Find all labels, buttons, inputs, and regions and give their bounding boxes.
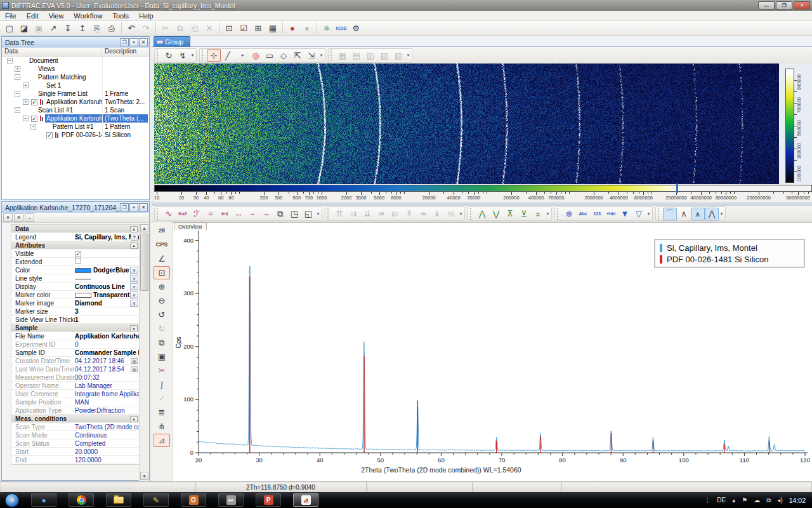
collapse-icon[interactable]: − bbox=[15, 91, 20, 97]
toolbar-grip[interactable] bbox=[327, 208, 331, 220]
select-full-frame-button[interactable]: ⊹ bbox=[207, 49, 221, 62]
maximize-button[interactable]: ❐ bbox=[776, 1, 792, 10]
tree-row[interactable]: +✓Applikation Karlsruhe_17270...TwoTheta… bbox=[2, 98, 149, 106]
tree-row[interactable]: −✓Applikation Karlsruhe_17270...(TwoThet… bbox=[2, 114, 149, 123]
structure-db-button[interactable]: ⚛ bbox=[320, 22, 334, 34]
menu-help[interactable]: Help bbox=[134, 11, 159, 20]
dropdown-icon[interactable]: ∨ bbox=[130, 291, 138, 298]
property-value[interactable]: 0 bbox=[75, 341, 139, 348]
copy-scan-button[interactable]: ⧉ bbox=[273, 208, 287, 220]
menu-tools[interactable]: Tools bbox=[107, 11, 134, 20]
profile-circle-button[interactable]: ◎ bbox=[249, 49, 263, 62]
taskbar-app-app-blue[interactable]: ● bbox=[31, 493, 56, 507]
property-value[interactable]: 00:07:32 bbox=[75, 374, 139, 381]
tree-row[interactable]: −Document bbox=[2, 57, 149, 65]
property-value[interactable]: 04.12.2017 18:54 bbox=[75, 366, 139, 373]
toolbar-grip[interactable] bbox=[331, 50, 334, 61]
cut-range-button[interactable]: ✂ bbox=[154, 364, 170, 377]
select-polygon-button[interactable]: ◇ bbox=[277, 49, 291, 62]
cloud-icon[interactable]: ☁ bbox=[754, 497, 760, 504]
tree-row[interactable]: ✓PDF 00-026-1481Si Silicon bbox=[2, 131, 149, 139]
copy-view-button[interactable]: ⎘ bbox=[90, 22, 104, 34]
property-section-data[interactable]: Data▲ bbox=[11, 225, 139, 233]
search-peaks-button[interactable]: ⋀ bbox=[475, 208, 489, 220]
background-rect-button[interactable]: ⌢ bbox=[246, 208, 259, 220]
menu-view[interactable]: View bbox=[44, 11, 69, 20]
toolbar-grip[interactable] bbox=[658, 208, 661, 220]
zoom-box-mode-button[interactable]: ⊡ bbox=[154, 266, 170, 279]
property-section-sample[interactable]: Sample▲ bbox=[11, 324, 139, 332]
background-points-button[interactable]: ⌣ bbox=[259, 208, 273, 220]
property-value[interactable]: TwoTheta (2D mode combined) bbox=[75, 424, 139, 431]
tab-overview[interactable]: Overview bbox=[174, 222, 207, 231]
property-value[interactable]: Applikation Karlsruhe_1... bbox=[75, 333, 139, 340]
view-tool-button[interactable]: ⊞ bbox=[251, 22, 265, 34]
region-export-button[interactable]: ⇲ bbox=[304, 49, 318, 62]
zoom-pattern-button[interactable]: ⊕ bbox=[562, 208, 576, 220]
menu-file[interactable]: File bbox=[0, 11, 22, 20]
section-collapse-icon[interactable]: ▲ bbox=[130, 226, 138, 232]
intensity-scale-slider[interactable] bbox=[676, 184, 678, 193]
new-document-button[interactable]: ▢ bbox=[3, 22, 16, 34]
zoom-out-button[interactable]: ⊖ bbox=[154, 294, 170, 307]
options-button[interactable]: ⚙ bbox=[349, 22, 363, 34]
property-value[interactable] bbox=[75, 275, 139, 282]
smooth-curve-button[interactable]: ≈ bbox=[204, 208, 218, 220]
open-document-button[interactable]: ◪ bbox=[17, 22, 31, 34]
panel-pin-icon[interactable]: ⌖ bbox=[129, 203, 138, 211]
copy-chart-image-button[interactable]: ▣ bbox=[154, 350, 170, 363]
toolbar-grip[interactable] bbox=[157, 208, 160, 220]
property-value[interactable]: Diamond bbox=[75, 300, 139, 307]
calendar-icon[interactable]: ▦ bbox=[131, 358, 138, 364]
property-value[interactable]: MAN bbox=[75, 399, 139, 406]
property-value[interactable]: PowderDiffraction bbox=[75, 407, 139, 414]
section-collapse-icon[interactable]: ▲ bbox=[130, 416, 138, 422]
property-value[interactable]: 04.12.2017 18:46 bbox=[75, 358, 139, 364]
property-checkbox[interactable]: ✓ bbox=[75, 251, 81, 257]
tree-row[interactable]: −Pattern Matching bbox=[2, 73, 149, 81]
integrate-to-tree-button[interactable]: ↯ bbox=[176, 49, 190, 62]
undo-button[interactable]: ↶ bbox=[124, 22, 138, 34]
tree-row[interactable]: −Single Frame List1 Frame bbox=[2, 90, 149, 98]
tree-row[interactable]: +Views bbox=[2, 65, 149, 73]
close-button[interactable]: ✕ bbox=[794, 1, 810, 10]
clear-selection-button[interactable]: ✕ bbox=[14, 213, 23, 222]
panel-close-icon[interactable]: ✕ bbox=[139, 38, 148, 46]
section-collapse-icon[interactable]: ▲ bbox=[130, 243, 138, 249]
expand-sections-button[interactable]: ⌄ bbox=[25, 213, 34, 222]
tree-checkbox[interactable]: ✓ bbox=[31, 99, 37, 105]
detector-frame-image[interactable] bbox=[154, 64, 779, 184]
integrate-frame-button[interactable]: ↻ bbox=[162, 49, 176, 62]
tray-language-indicator[interactable]: DE bbox=[717, 497, 726, 504]
label-abc-button[interactable]: Abc bbox=[576, 208, 590, 220]
fourier-smooth-button[interactable]: ℱ bbox=[190, 208, 204, 220]
property-value[interactable]: Commander Sample ID bbox=[75, 349, 139, 356]
profile-ellipse-button[interactable]: ◔ bbox=[235, 49, 249, 62]
property-value[interactable]: Si, Capillary, Ims, Mon... bbox=[75, 234, 139, 241]
property-value[interactable]: 3 bbox=[75, 308, 139, 315]
import-scan-button[interactable]: ↧ bbox=[61, 22, 75, 34]
expand-icon[interactable]: + bbox=[23, 83, 29, 88]
property-value[interactable]: Completed bbox=[75, 440, 139, 447]
display-mode-2-button[interactable]: ∧ bbox=[677, 208, 691, 220]
collapse-icon[interactable]: − bbox=[23, 116, 29, 121]
dropdown-icon[interactable]: ∨ bbox=[130, 300, 138, 307]
taskbar-app-chrome[interactable] bbox=[69, 493, 94, 507]
tree-checkbox[interactable]: ✓ bbox=[31, 116, 37, 122]
filter-filled-button[interactable]: ▼ bbox=[618, 208, 632, 220]
properties-scrollbar[interactable]: ▲▼ bbox=[139, 224, 149, 481]
property-value[interactable]: DodgerBlue bbox=[75, 267, 139, 274]
peak-markers-button[interactable]: ⋔ bbox=[154, 420, 170, 433]
property-value[interactable]: Transparent bbox=[75, 291, 139, 298]
zoom-in-button[interactable]: ⊕ bbox=[154, 280, 170, 293]
panel-close-icon[interactable]: ✕ bbox=[139, 203, 148, 211]
action-center-flag-icon[interactable]: ⚑ bbox=[742, 497, 747, 504]
remove-background-button[interactable]: ∿ bbox=[162, 208, 176, 220]
tree-column-data[interactable]: Data bbox=[2, 48, 102, 56]
property-value[interactable]: Lab Manager bbox=[75, 382, 139, 389]
view-list-button[interactable]: ☑ bbox=[237, 22, 251, 34]
profile-line-button[interactable]: ╱ bbox=[221, 49, 235, 62]
y-axis-units-button[interactable]: CPS bbox=[154, 238, 170, 251]
view-table-button[interactable]: ▦ bbox=[266, 22, 280, 34]
taskbar-clock[interactable]: 14:02 bbox=[789, 497, 806, 504]
